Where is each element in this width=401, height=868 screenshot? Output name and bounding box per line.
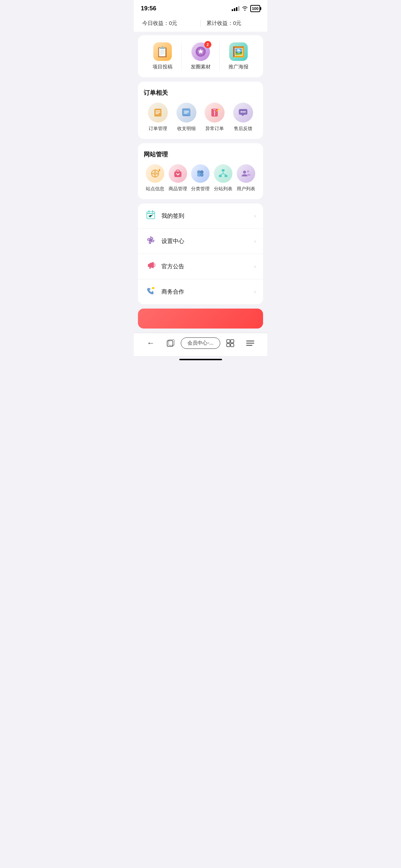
nav-window-button[interactable] (161, 339, 181, 347)
poster-icon-wrap: 🖼️ (229, 42, 248, 61)
checkin-icon (145, 210, 156, 222)
announcement-chevron: › (254, 263, 256, 270)
product-manage-icon (169, 164, 187, 183)
svg-rect-16 (214, 113, 215, 115)
announcement-item[interactable]: 官方公告 › (138, 254, 263, 279)
user-list-icon (237, 164, 255, 183)
svg-rect-39 (147, 213, 155, 214)
after-sale-item[interactable]: 售后反馈 (233, 103, 253, 132)
status-time: 19:56 (141, 5, 156, 12)
site-info-label: 站点信息 (146, 186, 164, 192)
category-manage-label: 分类管理 (191, 186, 210, 192)
product-manage-item[interactable]: 商品管理 (166, 164, 189, 192)
after-sale-icon (233, 103, 253, 123)
quick-action-moments[interactable]: 2 发圈素材 (181, 42, 220, 70)
today-earnings: 今日收益：0元 (142, 20, 195, 27)
svg-rect-12 (184, 112, 189, 113)
svg-point-23 (151, 170, 159, 177)
svg-rect-13 (184, 113, 187, 114)
moments-icon-wrap: 2 (191, 42, 210, 61)
branch-list-item[interactable]: 分站列表 (212, 164, 235, 192)
nav-menu-button[interactable] (240, 340, 260, 346)
announcement-icon (145, 260, 156, 273)
user-list-item[interactable]: 用户列表 (235, 164, 257, 192)
after-sale-label: 售后反馈 (234, 125, 252, 132)
order-manage-label: 订单管理 (149, 125, 167, 132)
cooperation-label: 商务合作 (161, 288, 254, 296)
svg-line-34 (220, 174, 223, 175)
svg-rect-41 (149, 267, 151, 269)
site-info-item[interactable]: 站点信息 (144, 164, 166, 192)
checkin-item[interactable]: 我的签到 › (138, 203, 263, 229)
project-label: 项目投稿 (153, 64, 173, 70)
bottom-nav: ← 会员中心-... (134, 333, 267, 356)
poster-label: 推广海报 (228, 64, 248, 70)
svg-rect-11 (184, 111, 189, 112)
finance-detail-item[interactable]: 收支明细 (176, 103, 196, 132)
announcement-label: 官方公告 (161, 263, 254, 270)
order-manage-icon (148, 103, 168, 123)
svg-point-22 (244, 111, 246, 113)
quick-actions-grid: 📋 项目投稿 (144, 42, 257, 70)
wifi-icon (242, 6, 248, 12)
site-info-icon (146, 164, 164, 183)
quick-action-poster[interactable]: 🖼️ 推广海报 (219, 42, 257, 70)
category-manage-item[interactable]: 分类管理 (189, 164, 212, 192)
website-section-card: 网站管理 站点信息 (138, 143, 263, 199)
cooperation-item[interactable]: 商务合作 › (138, 279, 263, 304)
checkin-chevron: › (254, 213, 256, 219)
red-banner[interactable] (138, 309, 263, 329)
product-manage-label: 商品管理 (169, 186, 187, 192)
poster-icon: 🖼️ (229, 42, 248, 61)
svg-rect-47 (227, 343, 230, 347)
cooperation-icon (145, 286, 156, 298)
abnormal-order-label: 异常订单 (205, 125, 224, 132)
abnormal-order-icon (205, 103, 225, 123)
cooperation-chevron: › (254, 289, 256, 295)
svg-rect-4 (155, 113, 159, 114)
svg-rect-46 (231, 340, 234, 343)
quick-action-project[interactable]: 📋 项目投稿 (144, 42, 181, 70)
status-bar: 19:56 100 (134, 0, 267, 15)
website-section-title: 网站管理 (144, 150, 257, 159)
settings-item[interactable]: 设置中心 › (138, 229, 263, 254)
abnormal-order-item[interactable]: 异常订单 (205, 103, 225, 132)
project-icon-wrap: 📋 (153, 42, 172, 61)
svg-rect-25 (174, 171, 181, 177)
user-list-label: 用户列表 (237, 186, 255, 192)
moments-label: 发圈素材 (191, 64, 211, 70)
nav-center-button[interactable]: 会员中心-... (181, 337, 220, 349)
order-section-card: 订单相关 订单管理 (138, 82, 263, 139)
svg-rect-32 (225, 175, 227, 177)
svg-rect-3 (155, 112, 160, 113)
order-section-title: 订单相关 (144, 89, 257, 97)
earnings-divider (200, 20, 201, 27)
category-manage-icon (191, 164, 210, 183)
svg-rect-30 (222, 169, 225, 171)
battery-icon: 100 (250, 5, 260, 12)
earnings-bar: 今日收益：0元 累计收益：0元 (134, 15, 267, 32)
svg-rect-48 (231, 343, 234, 347)
finance-detail-label: 收支明细 (177, 125, 196, 132)
list-card: 我的签到 › 设置中心 › 官方公告 › (138, 203, 263, 304)
finance-detail-icon (176, 103, 196, 123)
signal-icon (232, 6, 240, 11)
svg-line-35 (223, 174, 226, 175)
svg-point-36 (243, 171, 246, 174)
nav-grid-button[interactable] (220, 339, 240, 347)
home-indicator (179, 359, 222, 360)
checkin-label: 我的签到 (161, 212, 254, 220)
moments-badge: 2 (204, 41, 211, 48)
svg-rect-31 (219, 175, 222, 177)
svg-point-29 (200, 173, 204, 177)
order-icon-grid: 订单管理 收支明细 (144, 103, 257, 132)
svg-point-17 (214, 115, 215, 115)
order-manage-item[interactable]: 订单管理 (148, 103, 168, 132)
svg-point-20 (241, 111, 242, 113)
nav-back-button[interactable]: ← (141, 339, 161, 348)
svg-rect-2 (155, 110, 160, 111)
status-icons: 100 (232, 5, 260, 12)
nav-center: 会员中心-... (181, 337, 221, 349)
svg-point-21 (242, 111, 244, 113)
branch-list-icon (214, 164, 232, 183)
